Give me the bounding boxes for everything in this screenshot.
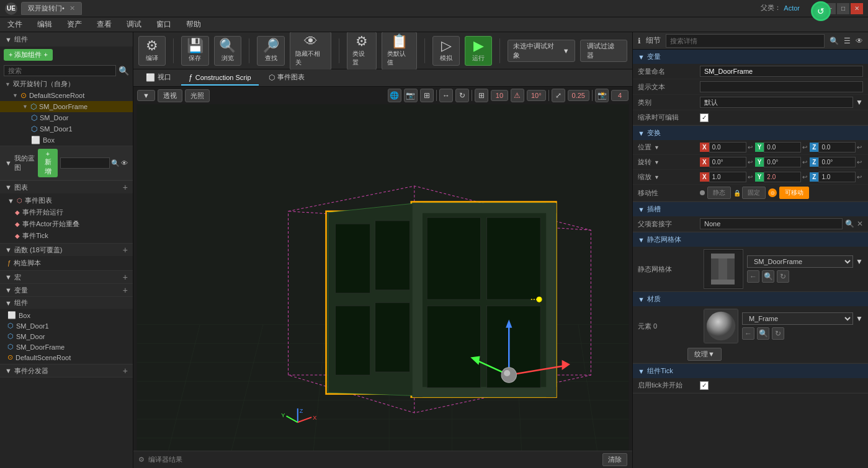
scale-y-input[interactable] [764,172,801,182]
event-dispatcher-title[interactable]: ▼ 事件分发器 + [0,364,133,377]
scale-x-reset[interactable]: ↩ [746,174,754,180]
construct-script-item[interactable]: ƒ 构造脚本 [0,257,133,269]
compile-btn[interactable]: ⚙ 编译 [138,36,166,66]
event-begin-play[interactable]: ◆ 事件开始运行 [0,206,133,218]
component-search-input[interactable] [4,65,116,76]
dropdown-arrow-btn[interactable]: ▼ [137,90,155,101]
tooltip-input[interactable] [700,81,863,92]
tree-item-sm-door1[interactable]: ⬡ SM_Door1 [0,123,133,135]
inherit-checkbox[interactable]: ✓ [700,113,709,122]
details-search-input[interactable] [666,34,825,48]
mobility-movable-btn[interactable]: 可移动 [779,187,809,199]
pos-y-input[interactable] [764,142,801,152]
lighting-btn[interactable]: 光照 [185,89,210,102]
bp-header[interactable]: ▼ 我的蓝图 + 新增 🔍 👁 [0,146,133,180]
menu-help[interactable]: 帮助 [184,18,204,31]
scale-z-input[interactable] [818,172,856,182]
camera-icon[interactable]: 📷 [404,89,418,102]
graph-add-btn[interactable]: + [123,182,128,192]
scale-z-reset[interactable]: ↩ [856,174,863,180]
pos-z-input[interactable] [818,142,856,152]
material-back-btn[interactable]: ← [742,327,754,340]
camera-speed-icon[interactable]: 📸 [595,89,609,102]
tree-item-sm-door[interactable]: ⬡ SM_Door [0,112,133,123]
event-actor-overlap[interactable]: ◆ 事件Actor开始重叠 [0,218,133,230]
event-tick[interactable]: ◆ 事件Tick [0,230,133,242]
event-dispatcher-add-btn[interactable]: + [123,366,128,376]
menu-assets[interactable]: 资产 [65,18,84,31]
hide-unrelated-btn[interactable]: 👁 隐藏不相关 [290,32,331,70]
category-input[interactable] [700,97,853,108]
save-btn[interactable]: 💾 保存 [181,36,209,66]
comp-sm-doorframe[interactable]: ⬡ SM_DoorFrame [0,342,133,352]
rot-y-reset[interactable]: ↩ [801,159,808,166]
class-settings-btn[interactable]: ⚙ 类设置 [347,32,377,70]
sphere-icon[interactable]: 🌐 [388,89,401,102]
vp-scale-num[interactable]: 0.25 [568,90,589,101]
tree-item-box[interactable]: ⬜ Box [0,135,133,146]
simulate-btn[interactable]: ▷ 模拟 [432,36,460,66]
vp-move-icon[interactable]: ↔ [439,89,453,102]
menu-window[interactable]: 窗口 [154,18,174,31]
find-btn[interactable]: 🔎 查找 [257,36,285,66]
bp-search-input[interactable] [60,157,110,169]
rot-z-reset[interactable]: ↩ [856,159,863,166]
macros-add-btn[interactable]: + [123,272,128,282]
add-component-btn[interactable]: + 添加组件 + [4,49,53,61]
transform-prop-header[interactable]: ▼ 变换 [633,126,868,140]
mobility-fixed-btn[interactable]: 固定 [742,187,766,199]
rot-z-input[interactable] [818,157,856,167]
static-mesh-header[interactable]: ▼ 静态网格体 [633,232,868,247]
variables-section-title[interactable]: ▼ 变量 + [0,284,133,296]
tab-event-graph[interactable]: ⬡ 事件图表 [261,70,312,86]
vp-rotate-icon[interactable]: ↻ [455,89,469,102]
tree-item-defaultsceneroot[interactable]: ▼ ⊙ DefaultSceneRoot [0,90,133,101]
tick-checkbox[interactable]: ✓ [700,381,709,390]
debug-filter-btn[interactable]: 调试过滤器 [580,40,627,62]
texture-btn[interactable]: 纹理▼ [687,348,722,361]
scale-icon[interactable]: ⤢ [552,89,565,102]
tree-item-self[interactable]: ▼ 双开旋转门（自身） [0,78,133,90]
mesh-select[interactable]: SM_DoorFrame [747,255,853,268]
warn-icon[interactable]: ⚠ [511,89,524,102]
graph-section-title[interactable]: ▼ 图表 + [0,181,133,193]
variables-prop-header[interactable]: ▼ 变量 [633,50,868,64]
rot-y-input[interactable] [764,157,801,167]
mesh-refresh-btn[interactable]: ↻ [777,270,789,283]
tree-item-sm-doorframe[interactable]: ▼ ⬡ SM_DoorFrame [0,101,133,112]
components-bottom-title[interactable]: ▼ 组件 [0,297,133,309]
grid-icon[interactable]: ⊞ [475,89,488,102]
rot-x-reset[interactable]: ↩ [746,159,754,166]
vp-camera-num[interactable]: 4 [611,90,629,101]
variables-add-btn[interactable]: + [123,285,128,295]
rot-x-input[interactable] [709,157,746,167]
material-prop-header[interactable]: ▼ 材质 [633,292,868,306]
socket-input[interactable] [700,218,843,229]
macros-section-title[interactable]: ▼ 宏 + [0,271,133,283]
perspective-btn[interactable]: 透视 [158,89,182,102]
pos-x-input[interactable] [709,142,746,152]
comp-sm-door1[interactable]: ⬡ SM_Door1 [0,320,133,331]
scale-x-input[interactable] [709,172,746,182]
comp-tick-header[interactable]: ▼ 组件Tick [633,364,868,378]
socket-clear-icon[interactable]: ✕ [857,219,863,228]
layout-icon[interactable]: ⊞ [420,89,434,102]
tab-construction[interactable]: ƒ Construction Scrip [181,71,259,86]
menu-edit[interactable]: 编辑 [35,18,55,31]
comp-box[interactable]: ⬜ Box [0,310,133,320]
new-bp-btn[interactable]: + 新增 [38,149,58,177]
main-tab[interactable]: 双开旋转门• ✕ [21,2,82,15]
pos-y-reset[interactable]: ↩ [801,144,808,151]
functions-section-title[interactable]: ▼ 函数 (18可覆盖) + [0,244,133,256]
menu-file[interactable]: 文件 [5,18,25,31]
material-select[interactable]: M_Frame [742,312,853,325]
event-graph-item[interactable]: ▼ ⬡ 事件图表 [0,195,133,206]
comp-default-scene-root[interactable]: ⊙ DefaultSceneRoot [0,352,133,363]
maximize-btn[interactable]: □ [837,3,849,14]
mobility-static-btn[interactable]: 静态 [707,187,731,199]
clear-btn[interactable]: 清除 [602,453,627,466]
mesh-search-btn[interactable]: 🔍 [762,270,774,283]
scale-y-reset[interactable]: ↩ [801,174,808,180]
tab-viewport[interactable]: ⬜ 视口 [138,70,179,86]
run-btn[interactable]: ▶ 运行 [465,36,492,66]
